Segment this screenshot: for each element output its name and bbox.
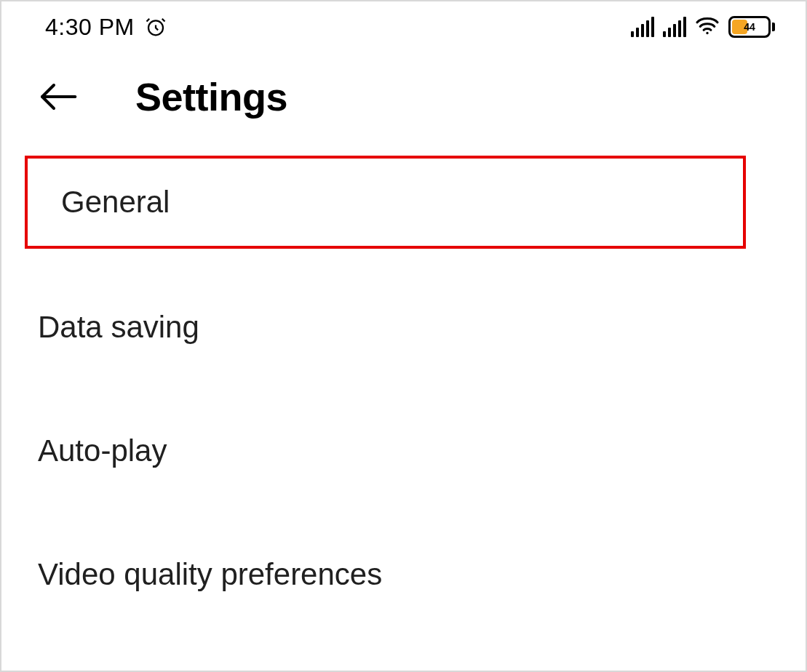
back-button[interactable]	[36, 79, 83, 114]
battery-percent: 44	[744, 21, 755, 33]
settings-item-label: Auto-play	[38, 433, 167, 468]
battery-icon: 44	[728, 16, 775, 38]
header: Settings	[1, 52, 806, 148]
page-title: Settings	[135, 74, 287, 119]
settings-list: General Data saving Auto-play Video qual…	[1, 148, 806, 652]
status-time: 4:30 PM	[45, 14, 135, 41]
wifi-icon	[695, 15, 720, 39]
settings-item-video-quality[interactable]: Video quality preferences	[1, 528, 806, 621]
svg-point-1	[706, 32, 708, 34]
signal-strength-2-icon	[663, 17, 686, 37]
settings-item-label: Data saving	[38, 310, 199, 344]
signal-strength-1-icon	[631, 17, 654, 37]
settings-item-data-saving[interactable]: Data saving	[1, 281, 806, 374]
settings-item-label: General	[61, 185, 170, 219]
settings-item-auto-play[interactable]: Auto-play	[1, 404, 806, 497]
settings-item-general[interactable]: General	[25, 156, 746, 249]
alarm-icon	[145, 16, 167, 38]
status-right: 44	[631, 15, 775, 39]
settings-item-label: Video quality preferences	[38, 557, 382, 591]
status-bar: 4:30 PM	[1, 1, 806, 52]
status-left: 4:30 PM	[45, 14, 167, 41]
